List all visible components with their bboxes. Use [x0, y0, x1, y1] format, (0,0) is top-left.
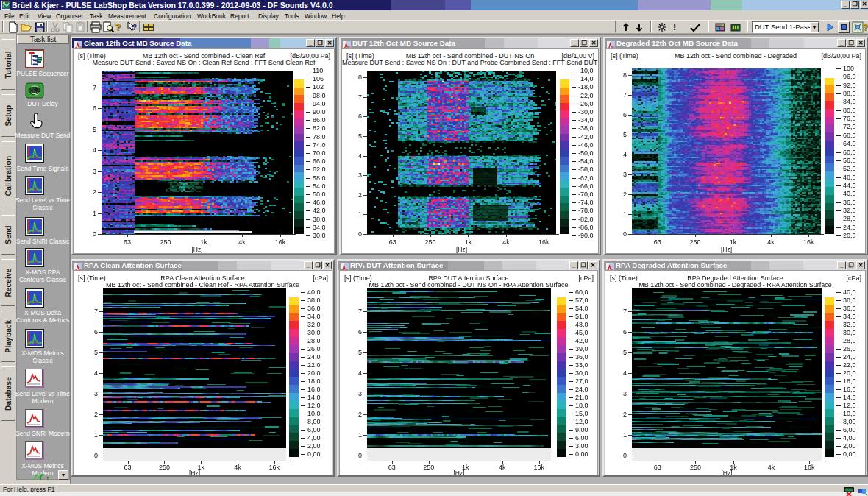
- svg-text:?: ?: [132, 24, 137, 32]
